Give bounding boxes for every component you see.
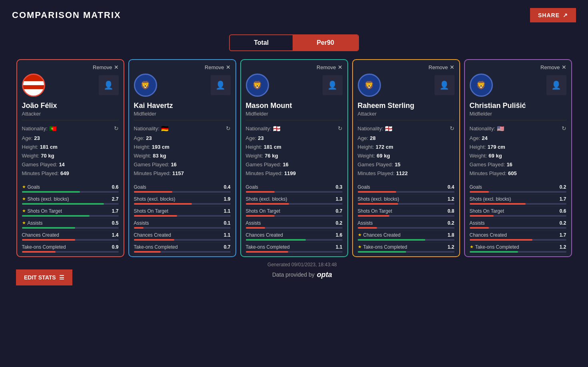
close-icon: ✕: [562, 64, 566, 70]
stat-row: Chances Created 1.4: [22, 231, 119, 243]
weight-row: Weight: 83 kg: [134, 152, 231, 160]
minutes-label: Minutes Played:: [134, 169, 171, 178]
nationality-flag: 🇵🇹: [49, 124, 57, 134]
sync-icon[interactable]: ↻: [562, 124, 566, 134]
age-value: 28: [370, 134, 375, 143]
remove-button-mason[interactable]: Remove ✕: [317, 64, 342, 70]
stat-bar-bg: [22, 227, 119, 229]
age-label: Age:: [470, 134, 480, 143]
stat-name: ★ Shots (excl. blocks): [22, 196, 69, 202]
stat-name: Take-ons Completed: [134, 244, 178, 250]
stat-bar-bg: [358, 191, 454, 193]
player-photo: 👤: [435, 75, 454, 95]
edit-stats-button[interactable]: EDIT STATS ☰: [16, 269, 72, 285]
stat-bar-fill: [22, 203, 104, 205]
tab-total[interactable]: Total: [230, 35, 293, 50]
player-info: Nationality: 🇩🇪 ↻ Age: 23 Height: 193 cm…: [129, 120, 235, 181]
age-row: Age: 23: [246, 134, 343, 143]
height-label: Height:: [22, 143, 38, 152]
stat-row: ★ Goals 0.6: [22, 183, 119, 195]
stat-section: Goals 0.4 Shots (excl. blocks) 1.9: [129, 181, 235, 256]
stat-row: Assists 0.2: [470, 219, 566, 231]
card-logo-row: 🦁 👤: [465, 70, 571, 100]
weight-label: Weight:: [358, 152, 375, 160]
share-label: SHARE: [538, 12, 560, 18]
star-icon: ★: [358, 244, 362, 249]
stat-bar-fill: [470, 203, 526, 205]
stat-row: Shots (excl. blocks) 1.7: [470, 195, 566, 207]
remove-button-raheem[interactable]: Remove ✕: [429, 64, 454, 70]
close-icon: ✕: [338, 64, 343, 70]
player-card-joao: Remove ✕ 👤 João Félix Attacker Nationali…: [16, 59, 124, 257]
remove-button-joao[interactable]: Remove ✕: [93, 64, 118, 70]
stat-value: 1.7: [560, 196, 566, 202]
player-name: Christian Pulišić: [465, 100, 571, 111]
stat-bar-fill: [246, 215, 275, 217]
stat-name: Goals: [134, 184, 146, 190]
bottom-section: EDIT STATS ☰ Generated 09/01/2023, 18:43…: [0, 257, 588, 287]
stat-value: 2.7: [112, 196, 119, 202]
star-icon: ★: [22, 208, 26, 213]
sync-icon[interactable]: ↻: [114, 124, 119, 134]
nationality-row: Nationality: 🇵🇹 ↻: [22, 124, 119, 134]
weight-value: 69 kg: [488, 152, 502, 160]
stat-value: 1.2: [448, 244, 454, 250]
remove-button-christian[interactable]: Remove ✕: [540, 64, 566, 70]
tab-per90[interactable]: Per90: [293, 35, 358, 50]
photo-icon: 👤: [215, 80, 225, 90]
stat-bar-fill: [134, 227, 144, 229]
games-value: 16: [283, 160, 288, 169]
minutes-label: Minutes Played:: [358, 169, 395, 178]
remove-button-kai[interactable]: Remove ✕: [205, 64, 230, 70]
games-label: Games Played:: [470, 160, 505, 169]
stat-value: 1.3: [336, 196, 343, 202]
weight-label: Weight:: [246, 152, 263, 160]
stat-name: Assists: [246, 220, 261, 226]
player-photo: 👤: [99, 75, 119, 95]
card-logo-row: 🦁 👤: [353, 70, 459, 100]
stat-bar-fill: [134, 251, 161, 253]
stat-bar-fill: [470, 239, 532, 241]
star-icon: ★: [22, 220, 26, 225]
weight-value: 83 kg: [153, 152, 166, 160]
stat-value: 0.2: [448, 220, 454, 226]
stat-bar-fill: [22, 251, 56, 253]
weight-row: Weight: 69 kg: [358, 152, 454, 160]
stat-bar-fill: [134, 191, 173, 193]
stat-row: Chances Created 1.1: [134, 231, 231, 243]
stat-bar-bg: [134, 227, 231, 229]
stat-row: Goals 0.4: [134, 183, 231, 195]
stat-value: 0.6: [560, 208, 566, 214]
stat-name: ★ Take-ons Completed: [470, 244, 519, 250]
stat-bar-fill: [470, 227, 489, 229]
stat-name: Shots On Target: [358, 208, 393, 214]
minutes-label: Minutes Played:: [22, 169, 59, 178]
stat-bar-bg: [22, 203, 119, 205]
sync-icon[interactable]: ↻: [226, 124, 231, 134]
nationality-row: Nationality: 🇩🇪 ↻: [134, 124, 231, 134]
games-value: 16: [171, 160, 176, 169]
player-info: Nationality: 🇺🇸 ↻ Age: 24 Height: 179 cm…: [465, 120, 571, 181]
nationality-flag: 🇺🇸: [497, 124, 504, 134]
player-card-raheem: Remove ✕ 🦁 👤 Raheem Sterling Attacker Na…: [352, 59, 460, 257]
stat-bar-fill: [470, 215, 494, 217]
player-info: Nationality: 🏴󠁧󠁢󠁥󠁮󠁧󠁿 ↻ Age: 23 Height: 1…: [241, 120, 347, 181]
player-name: Kai Havertz: [129, 100, 235, 111]
nationality-label: Nationality:: [470, 124, 495, 133]
nationality-label: Nationality:: [134, 124, 159, 133]
player-name: Mason Mount: [241, 100, 347, 111]
card-top: Remove ✕: [465, 60, 571, 70]
stat-row: Chances Created 1.7: [470, 231, 566, 243]
player-photo: 👤: [211, 75, 231, 95]
share-button[interactable]: SHARE ↗: [530, 8, 576, 22]
stat-bar-fill: [358, 251, 406, 253]
stat-bar-fill: [246, 203, 289, 205]
stat-section: Goals 0.4 Shots (excl. blocks) 1.2: [353, 181, 459, 256]
sync-icon[interactable]: ↻: [450, 124, 454, 134]
stat-row: Assists 0.2: [246, 219, 343, 231]
weight-label: Weight:: [470, 152, 487, 160]
sync-icon[interactable]: ↻: [338, 124, 343, 134]
height-value: 179 cm: [488, 143, 505, 152]
stat-name: Chances Created: [470, 232, 507, 238]
player-info: Nationality: 🏴󠁧󠁢󠁥󠁮󠁧󠁿 ↻ Age: 28 Height: 1…: [353, 120, 459, 181]
